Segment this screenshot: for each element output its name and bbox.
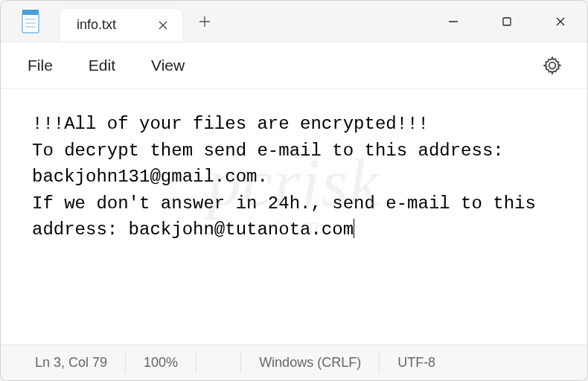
notepad-window: info.txt File Edit View [0, 0, 588, 381]
menu-view[interactable]: View [151, 57, 185, 74]
window-controls [426, 1, 587, 42]
titlebar: info.txt [1, 1, 587, 42]
status-zoom[interactable]: 100% [126, 352, 196, 373]
statusbar: Ln 3, Col 79 100% Windows (CRLF) UTF-8 [1, 345, 587, 380]
maximize-button[interactable] [480, 1, 534, 42]
svg-rect-1 [22, 10, 39, 15]
status-spacer [196, 352, 241, 373]
svg-rect-6 [503, 18, 511, 25]
gear-icon [543, 56, 562, 75]
status-encoding[interactable]: UTF-8 [380, 352, 453, 373]
menu-file[interactable]: File [28, 57, 53, 74]
menu-edit[interactable]: Edit [89, 57, 115, 74]
text-content-area[interactable]: !!!All of your files are encrypted!!! To… [1, 89, 587, 345]
minimize-button[interactable] [426, 1, 480, 42]
notepad-icon [1, 9, 60, 34]
document-tab[interactable]: info.txt [60, 9, 182, 42]
close-button[interactable] [534, 1, 587, 42]
close-tab-icon[interactable] [154, 16, 172, 34]
document-text: !!!All of your files are encrypted!!! To… [32, 114, 546, 240]
status-position[interactable]: Ln 3, Col 79 [1, 352, 126, 373]
tab-title: info.txt [77, 17, 141, 33]
menubar: File Edit View [1, 42, 587, 89]
text-cursor [354, 219, 354, 238]
settings-button[interactable] [538, 51, 566, 80]
new-tab-button[interactable] [187, 5, 223, 38]
status-lineending[interactable]: Windows (CRLF) [241, 352, 380, 373]
